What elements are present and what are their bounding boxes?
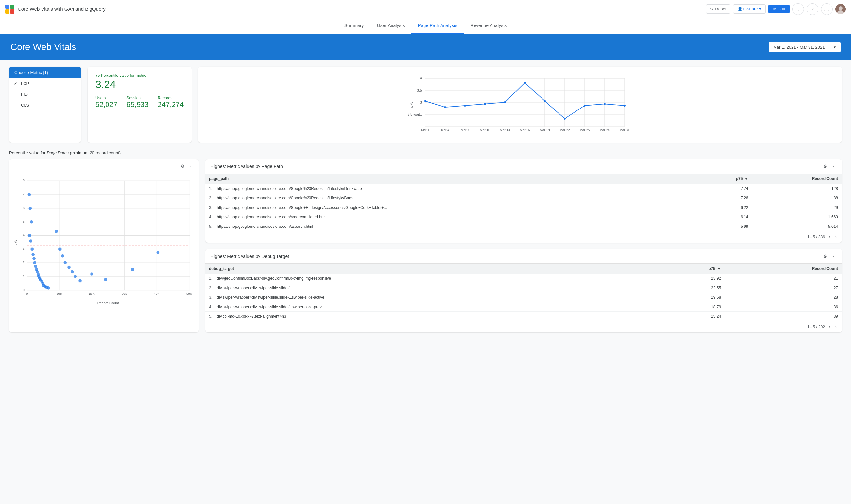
svg-text:7: 7	[22, 192, 24, 196]
col-debug-p75[interactable]: p75 ▼	[655, 264, 725, 274]
metric-fid[interactable]: FID	[9, 89, 81, 100]
cell-count: 88	[752, 194, 842, 203]
svg-text:Mar 10: Mar 10	[480, 128, 491, 132]
cell-p75: 15.24	[655, 312, 725, 321]
svg-text:0: 0	[22, 288, 24, 291]
debug-target-prev-btn[interactable]: ‹	[828, 324, 831, 330]
percentile-value: 3.24	[95, 78, 184, 91]
cell-p75: 7.74	[699, 184, 752, 194]
svg-point-46	[564, 118, 566, 120]
tab-revenue-analysis[interactable]: Revenue Analysis	[464, 18, 513, 34]
metric-cls[interactable]: CLS	[9, 100, 81, 110]
date-picker[interactable]: Mar 1, 2021 - Mar 31, 2021 ▾	[768, 42, 840, 52]
svg-point-41	[464, 105, 466, 107]
svg-point-110	[71, 270, 74, 273]
svg-text:Record Count: Record Count	[97, 301, 119, 305]
scatter-more-icon[interactable]: ⋮	[188, 163, 194, 169]
svg-text:2: 2	[22, 260, 24, 264]
more-options-button[interactable]: ⋮	[792, 3, 804, 15]
page-path-more-icon[interactable]: ⋮	[831, 163, 837, 169]
page-path-table-card: Highest Metric values by Page Path ⚙ ⋮ p…	[205, 159, 842, 242]
svg-point-115	[131, 268, 134, 271]
col-debug-record-count: Record Count	[725, 264, 842, 274]
page-path-pagination: 1 - 5 / 336 ‹ ›	[205, 231, 842, 242]
edit-button[interactable]: ✏ Edit	[768, 4, 790, 13]
avatar[interactable]	[835, 4, 846, 14]
cell-path: 5. https://shop.googlemerchandisestore.c…	[205, 222, 699, 231]
svg-text:4: 4	[420, 76, 422, 80]
debug-target-filter-icon[interactable]: ⚙	[822, 253, 828, 259]
app-logo-icon	[5, 4, 14, 14]
svg-point-44	[524, 82, 526, 84]
svg-text:Mar 7: Mar 7	[461, 128, 469, 132]
page-path-filter-icon[interactable]: ⚙	[822, 163, 828, 169]
svg-text:Mar 4: Mar 4	[441, 128, 449, 132]
users-label: Users	[95, 96, 117, 100]
svg-point-42	[484, 103, 486, 105]
svg-text:2.5 wait..: 2.5 wait..	[408, 112, 422, 116]
share-button[interactable]: 👤+ Share ▾	[733, 4, 765, 14]
top-row: Choose Metric (1) LCP FID CLS 75 Percent…	[9, 67, 842, 143]
svg-text:p75: p75	[410, 102, 413, 108]
table-row: 4. div.swiper-wrapper>div.swiper-slide.s…	[205, 302, 842, 312]
svg-rect-1	[10, 4, 14, 9]
svg-text:Mar 16: Mar 16	[520, 128, 530, 132]
svg-point-114	[104, 278, 107, 282]
debug-target-next-btn[interactable]: ›	[834, 324, 838, 330]
svg-point-83	[28, 193, 31, 196]
cell-target: 4. div.swiper-wrapper>div.swiper-slide.s…	[205, 302, 655, 312]
page-path-table: page_path p75 ▼ Record Count 1. https://…	[205, 174, 842, 231]
page-path-table-header: Highest Metric values by Page Path ⚙ ⋮	[205, 159, 842, 174]
svg-point-49	[623, 105, 626, 107]
svg-point-109	[67, 266, 71, 269]
reset-button[interactable]: ↺ Reset	[706, 4, 730, 14]
svg-point-40	[444, 106, 446, 108]
cell-path: 1. https://shop.googlemerchandisestore.c…	[205, 184, 699, 194]
page-path-prev-btn[interactable]: ‹	[828, 234, 831, 240]
svg-point-113	[90, 272, 93, 275]
stats-row: Users 52,027 Sessions 65,933 Records 247…	[95, 96, 184, 109]
debug-target-table: debug_target p75 ▼ Record Count 1. div#g…	[205, 264, 842, 321]
cell-count: 128	[752, 184, 842, 194]
tab-summary[interactable]: Summary	[338, 18, 370, 34]
svg-point-92	[34, 265, 37, 268]
svg-point-91	[33, 261, 36, 265]
svg-point-112	[78, 280, 82, 283]
scatter-filter-icon[interactable]: ⚙	[180, 163, 185, 169]
edit-icon: ✏	[773, 6, 777, 12]
col-p75[interactable]: p75 ▼	[699, 174, 752, 184]
page-path-next-btn[interactable]: ›	[834, 234, 838, 240]
debug-target-pagination: 1 - 5 / 292 ‹ ›	[205, 321, 842, 332]
tab-page-path-analysis[interactable]: Page Path Analysis	[411, 18, 464, 34]
metric-lcp[interactable]: LCP	[9, 78, 81, 89]
svg-point-39	[424, 100, 426, 102]
scatter-chart-svg: p75 0 1 2 3 4 5 6 7 8	[12, 170, 196, 311]
svg-point-89	[31, 253, 35, 256]
svg-text:5: 5	[22, 220, 24, 223]
app-logo-area: Core Web Vitals with GA4 and BigQuery	[5, 4, 706, 14]
svg-text:3: 3	[420, 100, 422, 104]
date-range-text: Mar 1, 2021 - Mar 31, 2021	[773, 45, 825, 50]
debug-target-more-icon[interactable]: ⋮	[831, 253, 837, 259]
svg-text:40K: 40K	[154, 292, 160, 295]
metric-header[interactable]: Choose Metric (1)	[9, 67, 81, 78]
svg-text:6: 6	[22, 206, 24, 210]
svg-text:p75: p75	[13, 239, 17, 246]
svg-point-84	[29, 206, 32, 210]
scatter-toolbar: ⚙ ⋮	[12, 162, 196, 170]
metric-selector-card: Choose Metric (1) LCP FID CLS	[9, 67, 81, 143]
apps-button[interactable]: ⋮⋮	[821, 3, 833, 15]
table-row: 1. div#geoConfirmBoxBack>div.geoConfirmB…	[205, 274, 842, 283]
svg-point-104	[47, 286, 50, 290]
cell-count: 1,669	[752, 213, 842, 222]
help-button[interactable]: ?	[807, 3, 818, 15]
svg-text:10K: 10K	[56, 292, 62, 295]
cell-count: 27	[725, 283, 842, 293]
col-record-count: Record Count	[752, 174, 842, 184]
svg-text:50K: 50K	[186, 292, 192, 295]
svg-text:4: 4	[22, 233, 24, 237]
banner: Core Web Vitals Mar 1, 2021 - Mar 31, 20…	[0, 34, 851, 60]
tab-user-analysis[interactable]: User Analysis	[370, 18, 412, 34]
stat-sessions: Sessions 65,933	[126, 96, 148, 109]
svg-rect-2	[5, 10, 10, 14]
